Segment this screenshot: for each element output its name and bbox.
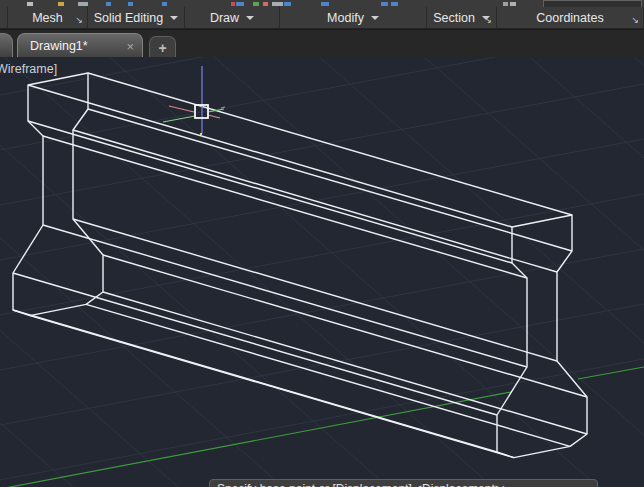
panel-label: Mesh (32, 11, 63, 25)
ribbon-icon-fragment (321, 2, 329, 6)
ribbon-icon-fragment (58, 2, 64, 6)
ribbon-panel-draw[interactable]: Draw (185, 7, 280, 28)
new-tab-button[interactable]: + (149, 36, 176, 58)
ribbon-icon-fragment (272, 2, 283, 6)
ribbon-left-edge (0, 7, 8, 28)
ribbon-panel-modify[interactable]: Modify (280, 7, 427, 28)
ribbon-panel-section[interactable]: Section↘ (427, 7, 497, 28)
tab-label: Drawing1* (30, 39, 120, 53)
ribbon-panel-row: Mesh↘Solid EditingDrawModifySection↘Coor… (0, 7, 644, 29)
ribbon-icon-fragment (253, 2, 259, 6)
ribbon-icon-fragment (106, 2, 111, 6)
ribbon: Mesh↘Solid EditingDrawModifySection↘Coor… (0, 0, 644, 29)
close-icon[interactable]: × (126, 40, 134, 53)
ribbon-icon-fragment (284, 2, 291, 6)
chevron-down-icon[interactable] (371, 16, 379, 20)
viewport-style-label[interactable]: Wireframe] (0, 62, 57, 76)
ribbon-icon-fragment (78, 2, 88, 6)
chevron-down-icon[interactable] (170, 16, 178, 20)
tab-strip-stub (0, 33, 13, 58)
command-prompt-tooltip: Specify base point or [Displacement] <Di… (209, 479, 598, 487)
ribbon-icon-fragment (231, 2, 235, 6)
panel-launcher-icon[interactable]: ↘ (631, 16, 639, 25)
prompt-text: Specify base point or [Displacement] <Di… (217, 482, 505, 487)
scene-svg (0, 57, 644, 487)
panel-label: Coordinates (536, 11, 603, 25)
ribbon-icon-fragment (162, 2, 167, 6)
ribbon-icon-fragment (391, 2, 398, 6)
ribbon-icon-fragment (263, 2, 268, 6)
viewport-canvas[interactable]: Wireframe] Specify base point or [Displa… (0, 57, 644, 487)
panel-launcher-icon[interactable]: ↘ (484, 16, 492, 25)
crosshair-cursor (163, 66, 225, 135)
panel-label: Section (433, 11, 475, 25)
ribbon-panel-coordinates[interactable]: Coordinates↘ (497, 7, 644, 28)
ribbon-icon-fragment (510, 2, 516, 6)
ribbon-icon-fragment (503, 2, 508, 6)
ribbon-panel-mesh[interactable]: Mesh↘ (8, 7, 88, 28)
panel-label: Solid Editing (94, 11, 164, 25)
ribbon-icon-strip (0, 0, 644, 7)
panel-label: Draw (210, 11, 239, 25)
ribbon-icon-fragment (236, 2, 244, 6)
autocad-window: Mesh↘Solid EditingDrawModifySection↘Coor… (0, 0, 644, 487)
panel-label: Modify (327, 11, 364, 25)
ribbon-gallery-box (543, 0, 642, 7)
plus-icon: + (158, 40, 166, 56)
ribbon-panel-solid-editing[interactable]: Solid Editing (88, 7, 185, 28)
tab-drawing1[interactable]: Drawing1* × (17, 33, 143, 58)
chevron-down-icon[interactable] (246, 16, 254, 20)
ribbon-icon-fragment (381, 2, 388, 6)
beam-wireframe (13, 73, 587, 458)
file-tab-bar: Drawing1* × + (0, 29, 644, 57)
panel-launcher-icon[interactable]: ↘ (75, 16, 83, 25)
ribbon-icon-fragment (27, 2, 33, 6)
ribbon-icon-fragment (128, 2, 133, 6)
